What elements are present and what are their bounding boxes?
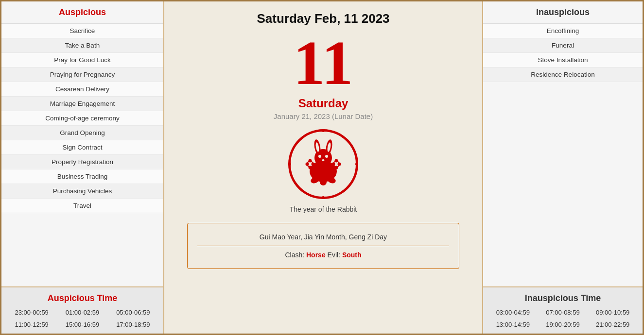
svg-point-19 xyxy=(338,163,341,166)
rabbit-zodiac-icon xyxy=(287,128,360,201)
inauspicious-list-item: Encoffining xyxy=(483,24,643,38)
lunar-date-main: January 21, 2023 xyxy=(274,112,330,120)
big-day-number: 11 xyxy=(294,31,353,94)
auspicious-list-item: Travel xyxy=(1,199,163,213)
auspicious-list-item: Property Registration xyxy=(1,155,163,169)
right-panel: Inauspicious EncoffiningFuneralStove Ins… xyxy=(482,1,643,334)
evil-label: Evil: xyxy=(328,251,342,259)
inauspicious-list-item: Stove Installation xyxy=(483,53,643,67)
info-line-1: Gui Mao Year, Jia Yin Month, Geng Zi Day xyxy=(197,230,449,244)
svg-point-18 xyxy=(332,163,335,166)
inauspicious-time-grid: 03:00-04:5907:00-08:5909:00-10:5913:00-1… xyxy=(483,307,643,330)
svg-point-25 xyxy=(322,129,325,132)
clash-line: Clash: Horse Evil: South xyxy=(197,248,449,262)
auspicious-list-item: Cesarean Delivery xyxy=(1,82,163,97)
info-divider xyxy=(197,246,449,246)
inauspicious-list-item: Residence Relocation xyxy=(483,67,643,82)
svg-point-16 xyxy=(335,159,338,163)
evil-direction: South xyxy=(342,251,362,259)
svg-point-28 xyxy=(355,163,358,166)
center-panel: Saturday Feb, 11 2023 11 Saturday Januar… xyxy=(164,1,482,334)
lunar-date: January 21, 2023 (Lunar Date) xyxy=(274,112,373,120)
inauspicious-time-slot: 21:00-22:59 xyxy=(588,319,638,330)
auspicious-time-slot: 11:00-12:59 xyxy=(6,319,57,330)
inauspicious-time-slot: 13:00-14:59 xyxy=(488,319,538,330)
auspicious-list-item: Grand Opening xyxy=(1,126,163,140)
svg-point-26 xyxy=(322,196,325,199)
svg-point-27 xyxy=(288,163,291,166)
clash-animal: Horse xyxy=(306,251,326,259)
inauspicious-time-slot: 19:00-20:59 xyxy=(538,319,588,330)
inauspicious-time-header: Inauspicious Time xyxy=(483,291,643,307)
inauspicious-time-slot: 07:00-08:59 xyxy=(538,307,588,318)
date-title: Saturday Feb, 11 2023 xyxy=(257,11,389,26)
auspicious-time-slot: 01:00-02:59 xyxy=(57,307,107,318)
inauspicious-list-item: Funeral xyxy=(483,38,643,53)
auspicious-list-item: Marriage Engagement xyxy=(1,97,163,111)
auspicious-list-item: Pray for Good Luck xyxy=(1,53,163,67)
day-name: Saturday xyxy=(298,97,348,110)
auspicious-list-item: Take a Bath xyxy=(1,38,163,53)
svg-point-20 xyxy=(320,179,327,185)
auspicious-list-item: Sacrifice xyxy=(1,24,163,38)
svg-point-12 xyxy=(309,159,312,163)
auspicious-list-item: Purchasing Vehicles xyxy=(1,184,163,199)
left-panel: Auspicious SacrificeTake a BathPray for … xyxy=(1,1,164,334)
clash-label: Clash: xyxy=(285,251,304,259)
auspicious-list-item: Praying for Pregnancy xyxy=(1,67,163,82)
svg-point-8 xyxy=(325,155,328,158)
info-box: Gui Mao Year, Jia Yin Month, Geng Zi Day… xyxy=(187,223,459,269)
svg-point-17 xyxy=(335,166,338,169)
inauspicious-header: Inauspicious xyxy=(483,1,643,24)
inauspicious-time-section: Inauspicious Time 03:00-04:5907:00-08:59… xyxy=(483,286,643,334)
svg-point-14 xyxy=(306,163,309,166)
auspicious-time-slot: 23:00-00:59 xyxy=(6,307,57,318)
auspicious-list: SacrificeTake a BathPray for Good LuckPr… xyxy=(1,24,163,286)
auspicious-header: Auspicious xyxy=(1,1,163,24)
svg-point-13 xyxy=(309,166,312,169)
inauspicious-list: EncoffiningFuneralStove InstallationResi… xyxy=(483,24,643,286)
auspicious-time-grid: 23:00-00:5901:00-02:5905:00-06:5911:00-1… xyxy=(1,307,163,330)
auspicious-time-header: Auspicious Time xyxy=(1,291,163,307)
auspicious-list-item: Business Trading xyxy=(1,169,163,184)
auspicious-time-slot: 17:00-18:59 xyxy=(108,319,158,330)
auspicious-time-section: Auspicious Time 23:00-00:5901:00-02:5905… xyxy=(1,286,163,334)
inauspicious-time-slot: 03:00-04:59 xyxy=(488,307,538,318)
inauspicious-time-slot: 09:00-10:59 xyxy=(588,307,638,318)
auspicious-time-slot: 15:00-16:59 xyxy=(57,319,107,330)
lunar-date-note: (Lunar Date) xyxy=(332,112,373,120)
svg-point-9 xyxy=(322,159,325,161)
auspicious-list-item: Coming-of-age ceremony xyxy=(1,111,163,126)
year-label: The year of the Rabbit xyxy=(290,205,357,213)
svg-point-7 xyxy=(318,155,321,158)
auspicious-time-slot: 05:00-06:59 xyxy=(108,307,158,318)
svg-point-15 xyxy=(312,163,315,166)
auspicious-list-item: Sign Contract xyxy=(1,140,163,155)
